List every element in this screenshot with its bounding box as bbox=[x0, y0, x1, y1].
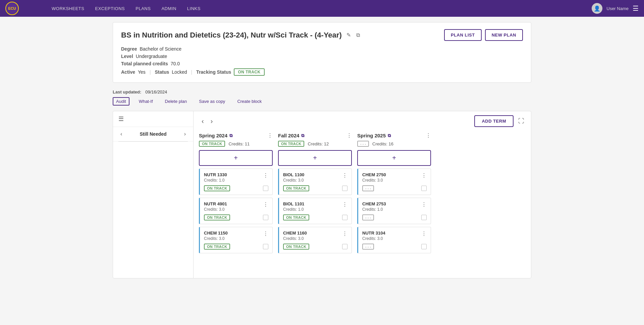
term-copy-icon[interactable]: ⧉ bbox=[229, 133, 232, 138]
nav-worksheets[interactable]: WORKSHEETS bbox=[47, 4, 89, 13]
course-checkbox[interactable] bbox=[263, 186, 268, 191]
sidebar-prev-button[interactable]: ‹ bbox=[118, 130, 124, 138]
columns-prev-button[interactable]: ‹ bbox=[199, 117, 207, 126]
term-title-text: Spring 2024 bbox=[199, 133, 227, 138]
sidebar-nav: ‹ Still Needed › bbox=[113, 127, 193, 141]
add-course-button[interactable]: + bbox=[278, 150, 352, 166]
course-menu-icon[interactable]: ⋮ bbox=[263, 172, 268, 179]
new-plan-button[interactable]: NEW PLAN bbox=[485, 29, 523, 41]
term-menu-icon[interactable]: ⋮ bbox=[346, 132, 352, 139]
audit-link[interactable]: Audit bbox=[113, 97, 129, 106]
columns-area: ‹ › ADD TERM ⛶ Spring 2024 ⧉ ⋮ ON bbox=[194, 111, 531, 278]
hamburger-menu-icon[interactable]: ☰ bbox=[633, 4, 639, 12]
course-checkbox[interactable] bbox=[421, 186, 427, 191]
delete-plan-link[interactable]: Delete plan bbox=[162, 97, 190, 105]
term-credits: Credits: 11 bbox=[228, 141, 250, 146]
course-checkbox[interactable] bbox=[421, 215, 427, 220]
course-checkbox[interactable] bbox=[342, 186, 347, 191]
course-footer: - - - bbox=[362, 244, 427, 250]
edit-plan-icon[interactable]: ✎ bbox=[345, 31, 352, 39]
sidebar-next-button[interactable]: › bbox=[182, 130, 188, 138]
term-title-text: Spring 2025 bbox=[357, 133, 386, 138]
term-copy-icon[interactable]: ⧉ bbox=[301, 133, 304, 138]
separator2: | bbox=[191, 69, 192, 75]
active-label: Active bbox=[121, 69, 135, 75]
columns-next-button[interactable]: › bbox=[208, 117, 216, 126]
course-credits: Credits: 3.0 bbox=[362, 236, 385, 241]
term-menu-icon[interactable]: ⋮ bbox=[426, 132, 431, 139]
course-card-header: BIOL 1101 Credits: 1.0 ⋮ bbox=[283, 201, 347, 212]
course-checkbox[interactable] bbox=[263, 215, 268, 220]
course-menu-icon[interactable]: ⋮ bbox=[342, 231, 347, 237]
course-menu-icon[interactable]: ⋮ bbox=[421, 172, 427, 179]
add-course-button[interactable]: + bbox=[199, 150, 273, 166]
course-credits: Credits: 1.0 bbox=[283, 207, 304, 212]
degree-row: Degree Bachelor of Science bbox=[121, 46, 523, 52]
course-menu-icon[interactable]: ⋮ bbox=[421, 201, 427, 208]
course-footer: ON TRACK bbox=[204, 185, 268, 191]
course-status-badge: - - - bbox=[362, 185, 374, 191]
nav-exceptions[interactable]: EXCEPTIONS bbox=[90, 4, 129, 13]
course-menu-icon[interactable]: ⋮ bbox=[263, 201, 268, 208]
course-name: CHEM 1150 bbox=[204, 231, 228, 236]
what-if-link[interactable]: What-If bbox=[136, 97, 156, 105]
course-menu-icon[interactable]: ⋮ bbox=[263, 231, 268, 237]
course-name: NUTR 3104 bbox=[362, 231, 385, 236]
nav-plans[interactable]: PLANS bbox=[131, 4, 155, 13]
term-header: Fall 2024 ⧉ ⋮ ON TRACK Credits: 12 bbox=[278, 132, 352, 147]
course-menu-icon[interactable]: ⋮ bbox=[342, 172, 347, 179]
course-name: CHEM 2753 bbox=[362, 201, 386, 206]
term-column-spring2024: Spring 2024 ⧉ ⋮ ON TRACK Credits: 11 + N… bbox=[199, 132, 273, 256]
term-credits: Credits: 12 bbox=[308, 141, 329, 146]
course-card-header: CHEM 2753 Credits: 1.0 ⋮ bbox=[362, 201, 427, 212]
course-checkbox[interactable] bbox=[263, 244, 268, 249]
course-name: BIOL 1100 bbox=[283, 172, 304, 177]
tracking-label: Tracking Status bbox=[196, 69, 231, 75]
course-card: BIOL 1101 Credits: 1.0 ⋮ ON TRACK bbox=[278, 198, 352, 224]
term-status-badge: - - - bbox=[357, 141, 369, 147]
sidebar-hamburger-icon[interactable]: ☰ bbox=[118, 115, 124, 123]
course-menu-icon[interactable]: ⋮ bbox=[421, 231, 427, 237]
course-credits: Credits: 1.0 bbox=[204, 178, 227, 183]
action-links: Audit What-If Delete plan Save as copy C… bbox=[113, 97, 531, 106]
course-status-badge: ON TRACK bbox=[204, 185, 230, 191]
user-name: User Name bbox=[606, 6, 629, 11]
course-status-badge: ON TRACK bbox=[204, 244, 230, 250]
course-checkbox[interactable] bbox=[342, 215, 347, 220]
course-footer: ON TRACK bbox=[204, 214, 268, 220]
add-term-button[interactable]: ADD TERM bbox=[474, 115, 514, 127]
course-card-header: CHEM 1160 Credits: 3.0 ⋮ bbox=[283, 231, 347, 241]
course-status-badge: ON TRACK bbox=[204, 214, 230, 220]
last-updated-value: 09/16/2024 bbox=[145, 89, 167, 94]
course-card-header: BIOL 1100 Credits: 3.0 ⋮ bbox=[283, 172, 347, 183]
plan-title-text: BS in Nutrition and Dietetics (23-24), N… bbox=[121, 31, 342, 40]
top-navigation: ECU WORKSHEETS EXCEPTIONS PLANS ADMIN LI… bbox=[0, 0, 644, 17]
tracking-status-badge: ON TRACK bbox=[234, 68, 264, 76]
term-copy-icon[interactable]: ⧉ bbox=[388, 133, 391, 138]
nav-admin[interactable]: ADMIN bbox=[157, 4, 181, 13]
course-footer: - - - bbox=[362, 214, 427, 220]
save-as-copy-link[interactable]: Save as copy bbox=[196, 97, 228, 105]
plan-list-button[interactable]: PLAN LIST bbox=[444, 29, 482, 41]
status-label: Status bbox=[155, 69, 169, 75]
plan-meta: Degree Bachelor of Science Level Undergr… bbox=[121, 46, 523, 76]
ecu-logo: ECU bbox=[5, 2, 19, 15]
course-footer: - - - bbox=[362, 185, 427, 191]
course-status-badge: ON TRACK bbox=[283, 185, 309, 191]
course-card-header: NUTR 3104 Credits: 3.0 ⋮ bbox=[362, 231, 427, 241]
term-title-text: Fall 2024 bbox=[278, 133, 299, 138]
create-block-link[interactable]: Create block bbox=[234, 97, 264, 105]
course-name: CHEM 2750 bbox=[362, 172, 386, 177]
course-checkbox[interactable] bbox=[342, 244, 347, 249]
nav-links-item[interactable]: LINKS bbox=[182, 4, 205, 13]
add-course-button[interactable]: + bbox=[357, 150, 431, 166]
term-menu-icon[interactable]: ⋮ bbox=[267, 132, 273, 139]
plan-title: BS in Nutrition and Dietetics (23-24), N… bbox=[121, 31, 361, 40]
expand-icon[interactable]: ⛶ bbox=[517, 116, 526, 126]
course-checkbox[interactable] bbox=[421, 244, 427, 249]
course-card: CHEM 1150 Credits: 3.0 ⋮ ON TRACK bbox=[199, 227, 273, 253]
below-header: Last updated: 09/16/2024 Audit What-If D… bbox=[113, 89, 531, 106]
course-credits: Credits: 3.0 bbox=[204, 207, 227, 212]
copy-plan-icon[interactable]: ⧉ bbox=[355, 31, 361, 39]
course-menu-icon[interactable]: ⋮ bbox=[342, 201, 347, 208]
